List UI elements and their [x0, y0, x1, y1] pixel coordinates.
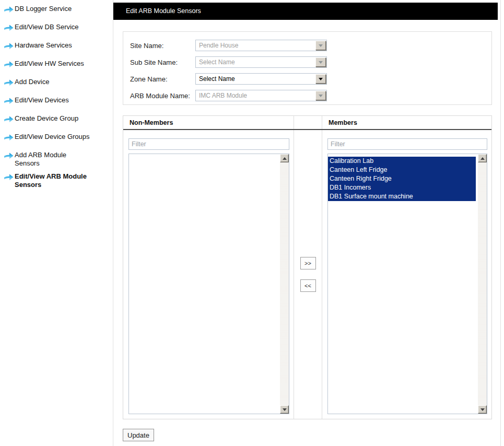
- sidebar-item-label: Edit/View ARB Module Sensors: [15, 172, 93, 189]
- non-members-list: [129, 154, 280, 414]
- arrow-icon: [4, 42, 15, 52]
- scrollbar-track[interactable]: [478, 162, 487, 405]
- non-members-header: Non-Members: [123, 116, 294, 129]
- sidebar-item-add-arb-module-sensors[interactable]: Add ARB Module Sensors: [0, 146, 113, 168]
- main-panel: Edit ARB Module Sensors Site Name:Pendle…: [113, 0, 501, 446]
- transfer-column: >> <<: [294, 130, 322, 419]
- members-filter-input[interactable]: [327, 138, 487, 150]
- sub-site-name-select[interactable]: Select Name: [195, 56, 327, 68]
- arrow-icon: [4, 24, 15, 33]
- scroll-down-icon: [283, 408, 287, 411]
- arrow-icon: [4, 6, 15, 15]
- chevron-down-icon[interactable]: [315, 57, 326, 67]
- sidebar-item-label: Add Device: [15, 78, 49, 86]
- sidebar-item-db-logger-service[interactable]: DB Logger Service: [0, 0, 113, 18]
- non-members-filter-input[interactable]: [128, 138, 289, 150]
- chevron-down-icon[interactable]: [315, 74, 326, 84]
- list-item-db1-surface-mount-machine[interactable]: DB1 Surface mount machine: [328, 192, 476, 201]
- sidebar-item-label: Hardware Services: [15, 41, 72, 50]
- arb-module-name-label: ARB Module Name:: [130, 92, 195, 100]
- scroll-down-button[interactable]: [280, 405, 289, 414]
- list-item-db1-incomers[interactable]: DB1 Incomers: [328, 183, 476, 192]
- zone-name-selected-value: Select Name: [199, 75, 315, 83]
- members-listbox[interactable]: Calibration LabCanteen Left FridgeCantee…: [327, 154, 487, 414]
- sidebar-item-label: Edit/View Devices: [15, 96, 69, 104]
- scroll-up-button[interactable]: [280, 154, 289, 162]
- scrollbar-track[interactable]: [280, 162, 289, 405]
- arrow-icon: [4, 134, 15, 143]
- arrow-icon: [4, 152, 15, 161]
- arrow-icon: [4, 79, 15, 88]
- arrow-icon: [4, 61, 15, 70]
- sidebar-item-label: Add ARB Module Sensors: [15, 151, 93, 168]
- members-header: Members: [322, 116, 491, 129]
- sidebar-item-edit-view-arb-module-sensors[interactable]: Edit/View ARB Module Sensors: [0, 168, 113, 189]
- sub-site-name-label: Sub Site Name:: [130, 58, 195, 66]
- form-row-sub-site-name: Sub Site Name:Select Name: [123, 54, 491, 71]
- arrow-icon: [4, 173, 15, 183]
- list-item-canteen-right-fridge[interactable]: Canteen Right Fridge: [328, 174, 476, 183]
- update-button[interactable]: Update: [123, 429, 154, 441]
- list-item-calibration-lab[interactable]: Calibration Lab: [328, 157, 476, 166]
- arb-module-name-selected-value: IMC ARB Module: [199, 92, 315, 99]
- members-panel: Calibration LabCanteen Left FridgeCantee…: [322, 130, 491, 419]
- site-name-label: Site Name:: [130, 42, 195, 50]
- membership-table-header: Non-Members Members: [123, 116, 491, 130]
- site-name-select[interactable]: Pendle House: [195, 40, 327, 51]
- non-members-scrollbar[interactable]: [280, 154, 289, 414]
- members-scrollbar[interactable]: [478, 154, 487, 414]
- sidebar-item-label: Edit/View Device Groups: [15, 133, 90, 141]
- sidebar-item-label: Create Device Group: [15, 114, 78, 123]
- members-list: Calibration LabCanteen Left FridgeCantee…: [328, 154, 478, 414]
- form-row-zone-name: Zone Name:Select Name: [123, 71, 491, 87]
- sidebar-item-edit-view-db-service[interactable]: Edit/View DB Service: [0, 18, 113, 37]
- sidebar-item-edit-view-device-groups[interactable]: Edit/View Device Groups: [0, 128, 113, 146]
- move-to-members-button[interactable]: >>: [300, 257, 316, 269]
- form-row-site-name: Site Name:Pendle House: [123, 37, 491, 54]
- non-members-panel: [123, 130, 294, 419]
- non-members-listbox[interactable]: [128, 154, 289, 414]
- sidebar-item-create-device-group[interactable]: Create Device Group: [0, 110, 113, 128]
- sub-site-name-selected-value: Select Name: [199, 58, 315, 66]
- sidebar-item-label: DB Logger Service: [15, 5, 72, 13]
- sidebar-item-hardware-services[interactable]: Hardware Services: [0, 37, 113, 55]
- scroll-up-icon: [480, 157, 485, 160]
- transfer-column-header: [294, 116, 322, 129]
- sidebar-item-label: Edit/View HW Services: [15, 60, 84, 68]
- chevron-down-icon[interactable]: [315, 41, 326, 50]
- sidebar: DB Logger ServiceEdit/View DB ServiceHar…: [0, 0, 113, 446]
- scroll-up-icon: [283, 157, 287, 160]
- chevron-down-icon[interactable]: [315, 91, 326, 100]
- sidebar-item-edit-view-devices[interactable]: Edit/View Devices: [0, 91, 113, 110]
- page: DB Logger ServiceEdit/View DB ServiceHar…: [0, 0, 504, 446]
- zone-name-label: Zone Name:: [130, 75, 195, 83]
- move-to-nonmembers-button[interactable]: <<: [300, 279, 316, 292]
- scroll-down-button[interactable]: [478, 405, 487, 414]
- arrow-icon: [4, 97, 15, 107]
- form-box: Site Name:Pendle HouseSub Site Name:Sele…: [123, 31, 492, 105]
- zone-name-select[interactable]: Select Name: [195, 73, 327, 85]
- scroll-down-icon: [480, 408, 485, 411]
- membership-table-body: >> << Calibration LabCanteen Left Fridge…: [123, 130, 491, 419]
- arb-module-name-select[interactable]: IMC ARB Module: [195, 90, 327, 101]
- membership-table: Non-Members Members >> <<: [123, 115, 492, 419]
- site-name-selected-value: Pendle House: [199, 42, 315, 49]
- sidebar-item-add-device[interactable]: Add Device: [0, 73, 113, 91]
- list-item-canteen-left-fridge[interactable]: Canteen Left Fridge: [328, 166, 476, 174]
- sidebar-item-label: Edit/View DB Service: [15, 23, 79, 31]
- sidebar-item-edit-view-hw-services[interactable]: Edit/View HW Services: [0, 55, 113, 73]
- page-title: Edit ARB Module Sensors: [113, 3, 498, 20]
- scroll-up-button[interactable]: [478, 154, 487, 162]
- form-row-arb-module-name: ARB Module Name:IMC ARB Module: [123, 87, 491, 104]
- arrow-icon: [4, 115, 15, 125]
